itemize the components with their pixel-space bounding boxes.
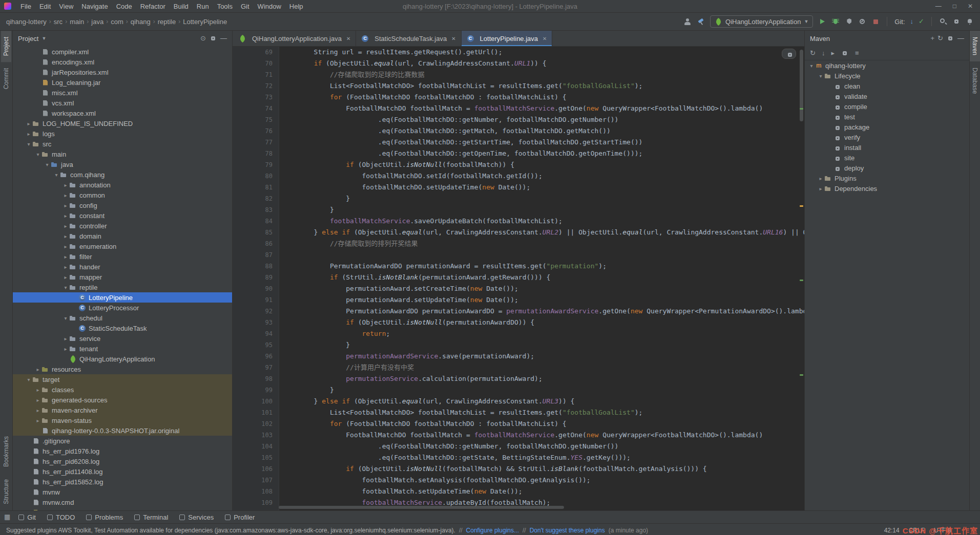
project-tree-item[interactable]: package-lock.json bbox=[13, 507, 232, 510]
project-tree-item[interactable]: ▸hander bbox=[13, 262, 232, 272]
maven-tree-item[interactable]: clean bbox=[805, 81, 969, 91]
maven-tree-item[interactable]: site bbox=[805, 153, 969, 163]
breadcrumb-item[interactable]: com bbox=[111, 18, 123, 26]
code-line[interactable]: 93 if (ObjectUtil.isNotNull(permutationA… bbox=[233, 317, 804, 328]
skip-tests-icon[interactable] bbox=[841, 49, 849, 57]
toolwindow-button-services[interactable]: Services bbox=[174, 511, 219, 523]
project-tree-item[interactable]: ▸resources bbox=[13, 364, 232, 374]
code-line[interactable]: 85 } else if (ObjectUtil.equal(url, Craw… bbox=[233, 227, 804, 238]
maven-tree-item[interactable]: compile bbox=[805, 101, 969, 112]
menu-file[interactable]: File bbox=[16, 3, 35, 10]
hide-panel-icon[interactable]: — bbox=[220, 34, 227, 42]
code-line[interactable]: 101 List<FootballMatchDO> footballMatchL… bbox=[233, 407, 804, 418]
code-line[interactable]: 89 if (StrUtil.isNotBlank(permutationAwa… bbox=[233, 272, 804, 283]
project-tree-item[interactable]: ▸generated-sources bbox=[13, 395, 232, 405]
code-line[interactable]: 83 } bbox=[233, 204, 804, 216]
code-line[interactable]: 73 for (FootballMatchDO footballMatchDO … bbox=[233, 92, 804, 103]
code-line[interactable]: 92 PermutationAwardDO permutationAwardDO… bbox=[233, 306, 804, 317]
code-line[interactable]: 94 return; bbox=[233, 328, 804, 339]
code-line[interactable]: 69 String url = resultItems.getRequest()… bbox=[233, 47, 804, 58]
project-tree-item[interactable]: ▸mapper bbox=[13, 272, 232, 282]
chevron-right-icon[interactable]: ▸ bbox=[62, 192, 69, 198]
project-tree-item[interactable]: ▾com.qihang bbox=[13, 169, 232, 180]
project-tree-item[interactable]: vcs.xml bbox=[13, 98, 232, 108]
scrollbar-thumb[interactable] bbox=[800, 50, 803, 121]
code-line[interactable]: 97 //计算用户有没有中奖 bbox=[233, 362, 804, 373]
close-icon[interactable]: ✕ bbox=[543, 36, 547, 41]
code-line[interactable]: 87 bbox=[233, 249, 804, 261]
project-tree-item[interactable]: ▸classes bbox=[13, 384, 232, 395]
project-tree-item[interactable]: ▸domain bbox=[13, 231, 232, 241]
project-tree-item[interactable]: misc.xml bbox=[13, 88, 232, 98]
menu-help[interactable]: Help bbox=[285, 3, 307, 10]
chevron-right-icon[interactable]: ▸ bbox=[62, 213, 69, 219]
editor-vertical-scrollbar[interactable] bbox=[798, 47, 804, 510]
breadcrumb-item[interactable]: reptile bbox=[158, 18, 176, 26]
project-tree-item[interactable]: compiler.xml bbox=[13, 47, 232, 57]
project-tree-item[interactable]: StaticScheduleTask bbox=[13, 323, 232, 333]
chevron-right-icon[interactable]: ▸ bbox=[25, 121, 32, 126]
code-line[interactable]: 81 footballMatchDO.setUpdateTime(new Dat… bbox=[233, 182, 804, 193]
project-tree-item[interactable]: ▾target bbox=[13, 374, 232, 384]
chevron-down-icon[interactable]: ▾ bbox=[62, 315, 69, 321]
project-tree-item[interactable]: ▸enumeration bbox=[13, 241, 232, 251]
breadcrumb-item[interactable]: LotteryPipeline bbox=[183, 18, 227, 26]
code-line[interactable]: 91 permutationAward.setUpdateTime(new Da… bbox=[233, 294, 804, 306]
configure-plugins-link[interactable]: Configure plugins... bbox=[466, 527, 519, 534]
reimport-maven-icon[interactable]: ↻ bbox=[810, 49, 816, 57]
code-line[interactable]: 96 permutationAwardService.save(permutat… bbox=[233, 351, 804, 362]
project-tree-item[interactable]: mvnw.cmd bbox=[13, 497, 232, 507]
chevron-right-icon[interactable]: ▸ bbox=[34, 397, 41, 403]
chevron-right-icon[interactable]: ▸ bbox=[34, 418, 41, 423]
code-line[interactable]: 95 } bbox=[233, 339, 804, 351]
inspections-widget[interactable] bbox=[782, 49, 796, 59]
project-tree-item[interactable]: ▸constant bbox=[13, 210, 232, 221]
project-tree-item[interactable]: ▸annotation bbox=[13, 180, 232, 190]
coverage-button[interactable] bbox=[845, 17, 853, 26]
code-line[interactable]: 78 .eq(FootballMatchDO::getOpenTime, foo… bbox=[233, 148, 804, 159]
project-tree-item[interactable]: .gitignore bbox=[13, 436, 232, 446]
chevron-right-icon[interactable]: ▸ bbox=[34, 367, 41, 372]
project-tree-item[interactable]: ▾src bbox=[13, 139, 232, 149]
add-maven-project-icon[interactable]: + bbox=[931, 34, 935, 42]
run-button[interactable] bbox=[818, 17, 826, 26]
breadcrumb-item[interactable]: qihang-lottery bbox=[6, 18, 47, 26]
editor-tab[interactable]: StaticScheduleTask.java✕ bbox=[356, 31, 461, 46]
dont-suggest-link[interactable]: Don't suggest these plugins bbox=[530, 527, 605, 534]
toolwindow-button-terminal[interactable]: Terminal bbox=[129, 511, 173, 523]
project-tree-item[interactable]: ▾reptile bbox=[13, 282, 232, 292]
locate-file-icon[interactable]: ⊙ bbox=[200, 34, 206, 42]
git-commit-icon[interactable]: ✓ bbox=[919, 17, 924, 26]
chevron-down-icon[interactable]: ▼ bbox=[41, 36, 46, 41]
code-line[interactable]: 86 //存储爬取到的排列开奖结果 bbox=[233, 238, 804, 249]
project-tree-item[interactable]: mvnw bbox=[13, 487, 232, 497]
code-line[interactable]: 105 .eq(FootballMatchDO::getState, Betti… bbox=[233, 452, 804, 463]
maven-tree-item[interactable]: ▸Dependencies bbox=[805, 183, 969, 194]
code-line[interactable]: 74 FootballMatchDO footballMatch = footb… bbox=[233, 103, 804, 114]
chevron-right-icon[interactable]: ▸ bbox=[62, 346, 69, 352]
menu-refactor[interactable]: Refactor bbox=[136, 3, 170, 10]
code-line[interactable]: 90 permutationAward.setCreateTime(new Da… bbox=[233, 283, 804, 294]
code-line[interactable]: 82 } bbox=[233, 193, 804, 204]
menu-git[interactable]: Git bbox=[237, 3, 254, 10]
code-line[interactable]: 106 if (ObjectUtil.isNotNull(footballMat… bbox=[233, 463, 804, 475]
menu-edit[interactable]: Edit bbox=[35, 3, 55, 10]
chevron-down-icon[interactable]: ▾ bbox=[25, 377, 32, 382]
code-line[interactable]: 100 } else if (ObjectUtil.equal(url, Cra… bbox=[233, 396, 804, 407]
code-editor[interactable]: 69 String url = resultItems.getRequest()… bbox=[233, 47, 804, 510]
chevron-right-icon[interactable]: ▸ bbox=[62, 336, 69, 341]
code-line[interactable]: 108 footballMatch.setUpdateTime(new Date… bbox=[233, 486, 804, 497]
editor-tab[interactable]: LotteryPipeline.java✕ bbox=[462, 31, 553, 46]
code-line[interactable]: 75 .eq(FootballMatchDO::getNumber, footb… bbox=[233, 114, 804, 125]
expand-all-icon[interactable]: ≡ bbox=[855, 49, 859, 57]
chevron-right-icon[interactable]: ▸ bbox=[25, 131, 32, 137]
git-update-icon[interactable]: ↓ bbox=[910, 17, 914, 26]
code-line[interactable]: 72 List<FootballMatchDO> footballMatchLi… bbox=[233, 80, 804, 92]
maven-tree-item[interactable]: package bbox=[805, 122, 969, 132]
chevron-down-icon[interactable]: ▾ bbox=[808, 63, 815, 69]
project-tree-item[interactable]: QiHangLotteryApplication bbox=[13, 354, 232, 364]
toolwindow-stripe-database[interactable]: Database bbox=[970, 61, 980, 100]
project-tree-item[interactable]: ▸service bbox=[13, 333, 232, 344]
chevron-down-icon[interactable]: ▾ bbox=[53, 172, 60, 178]
chevron-down-icon[interactable]: ▾ bbox=[34, 152, 41, 157]
